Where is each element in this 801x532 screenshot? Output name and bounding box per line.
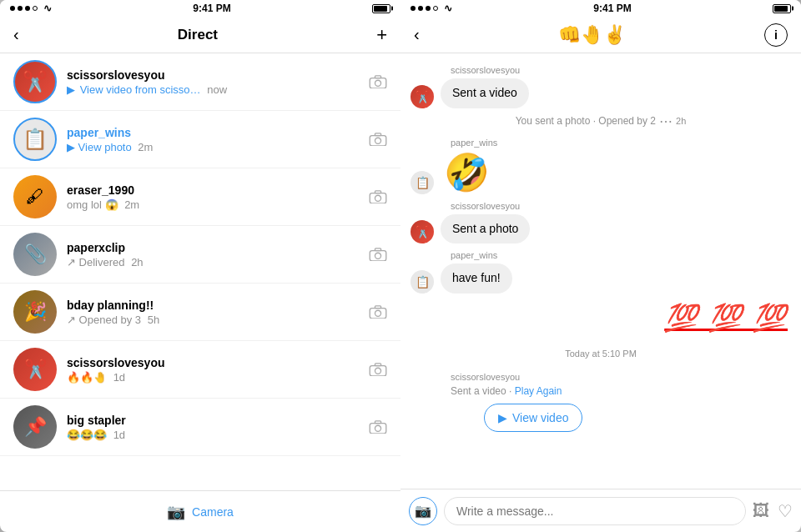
svg-rect-18 (370, 424, 386, 434)
conv-name: paper_wins (67, 126, 369, 139)
emoji-message: 🤣 (444, 151, 490, 194)
list-item[interactable]: 🎉 bday planning!! ↗ Opened by 3 5h (0, 284, 400, 341)
message-area: scissorslovesyou ✂️ Sent a video You sen… (400, 53, 801, 489)
hundred-emoji: 💯 💯 💯 (664, 303, 788, 333)
svg-rect-9 (370, 251, 386, 261)
svg-point-7 (375, 195, 380, 201)
right-battery (773, 4, 791, 13)
avatar: ✂️ (411, 85, 434, 108)
list-item[interactable]: 🖋 eraser_1990 omg lol 😱 2m (0, 168, 400, 226)
avatar-wrap: ✂️ (13, 60, 57, 103)
more-icon: ⋯ (659, 113, 673, 129)
camera-icon[interactable] (369, 188, 387, 206)
message-bubble: have fun! (441, 263, 512, 294)
input-camera-button[interactable]: 📷 (409, 497, 437, 525)
conv-preview: ↗ Opened by 3 5h (67, 314, 369, 326)
sender-label: scissorslovesyou (451, 372, 791, 382)
dot1 (411, 6, 416, 11)
wifi-icon: ∿ (43, 3, 52, 14)
avatar-emoji: ✂️ (23, 70, 48, 93)
camera-icon[interactable] (369, 130, 387, 148)
conv-preview: 😂😂😂 1d (67, 429, 369, 441)
message-text: have fun! (452, 271, 501, 284)
svg-point-16 (375, 368, 380, 374)
sender-label: scissorslovesyou (451, 65, 791, 75)
conv-content: bday planning!! ↗ Opened by 3 5h (67, 299, 369, 326)
conv-preview: 🔥🔥🤚 1d (67, 371, 369, 384)
signal-dots: ∿ (10, 3, 52, 14)
view-video-label: View video (512, 411, 568, 424)
dot4 (33, 6, 38, 11)
dot3 (25, 6, 30, 11)
avatar-emoji: 🎉 (24, 301, 47, 323)
play-again-link[interactable]: Play Again (515, 385, 562, 397)
left-panel: ∿ 9:41 PM ‹ Direct + ✂️ scissorslovesyou (0, 0, 400, 532)
time-label: 2h (676, 116, 686, 126)
left-status-bar: ∿ 9:41 PM (0, 0, 400, 17)
conv-content: scissorslovesyou 🔥🔥🤚 1d (67, 356, 369, 384)
camera-icon[interactable] (369, 418, 387, 436)
avatar: ✂️ (13, 60, 57, 103)
conversation-list: ✂️ scissorslovesyou ▶ View video from sc… (0, 53, 400, 490)
conv-content: big stapler 😂😂😂 1d (67, 414, 369, 441)
avatar-wrap: 📋 (13, 118, 57, 161)
svg-rect-20 (375, 421, 380, 424)
info-button[interactable]: i (764, 23, 788, 47)
svg-rect-12 (370, 309, 386, 319)
left-back-button[interactable]: ‹ (13, 25, 19, 44)
svg-rect-3 (370, 136, 386, 146)
message-bubble: Sent a video (441, 78, 529, 108)
avatar-emoji: 📎 (24, 243, 47, 265)
heart-icon[interactable]: ♡ (778, 501, 793, 521)
input-bar: 📷 🖼 ♡ (400, 489, 801, 532)
new-message-button[interactable]: + (376, 24, 387, 46)
message-input[interactable] (444, 497, 746, 525)
message-row: ✂️ Sent a video (400, 77, 801, 110)
avatar-emoji: 📋 (23, 128, 48, 151)
conv-content: scissorslovesyou ▶ View video from sciss… (67, 68, 369, 96)
dot2 (418, 6, 423, 11)
camera-icon[interactable] (369, 73, 387, 91)
list-item[interactable]: ✂️ scissorslovesyou 🔥🔥🤚 1d (0, 341, 400, 399)
list-item[interactable]: 📎 paperxclip ↗ Delivered 2h (0, 226, 400, 284)
avatar-emoji: 📌 (24, 416, 47, 438)
play-icon: ▶ (498, 411, 507, 424)
play-icon: ▶ View photo (67, 141, 134, 153)
avatar: 📋 (13, 118, 57, 161)
avatar: ✂️ (411, 220, 434, 243)
list-item[interactable]: ✂️ scissorslovesyou ▶ View video from sc… (0, 53, 400, 111)
svg-point-4 (375, 138, 380, 143)
right-header: ‹ 👊🤚✌️ i (400, 17, 801, 53)
sender-label: scissorslovesyou (451, 201, 791, 211)
right-back-button[interactable]: ‹ (414, 25, 420, 44)
avatar-wrap: 📎 (13, 233, 57, 276)
system-text: You sent a photo · Opened by 2 (516, 115, 656, 127)
right-time: 9:41 PM (593, 3, 631, 14)
play-icon: ▶ (67, 83, 75, 96)
avatar-wrap: 🖋 (13, 175, 57, 218)
left-header: ‹ Direct + (0, 17, 400, 53)
image-icon[interactable]: 🖼 (753, 501, 769, 520)
camera-icon[interactable] (369, 303, 387, 321)
avatar-wrap: ✂️ (13, 348, 57, 391)
conv-name: scissorslovesyou (67, 68, 369, 82)
date-text: Today at 5:10 PM (565, 349, 637, 359)
conv-name: paperxclip (67, 241, 369, 254)
camera-icon[interactable] (369, 360, 387, 379)
date-divider: Today at 5:10 PM (400, 340, 801, 367)
left-battery (372, 4, 390, 13)
signal-dots: ∿ (411, 3, 452, 14)
svg-rect-5 (375, 133, 380, 136)
list-item[interactable]: 📋 paper_wins ▶ View photo 2m (0, 111, 400, 168)
camera-label: Camera (192, 505, 234, 519)
avatar: 📎 (13, 233, 57, 276)
bottom-camera-bar[interactable]: 📷 Camera (0, 490, 400, 532)
camera-icon[interactable] (369, 245, 387, 263)
camera-icon: 📷 (415, 503, 431, 519)
view-video-button[interactable]: ▶ View video (484, 404, 582, 432)
sender-label: paper_wins (451, 138, 791, 148)
bottom-camera-icon: 📷 (167, 503, 185, 521)
avatar-wrap: 📌 (13, 405, 57, 449)
avatar: 🎉 (13, 290, 57, 334)
list-item[interactable]: 📌 big stapler 😂😂😂 1d (0, 399, 400, 456)
